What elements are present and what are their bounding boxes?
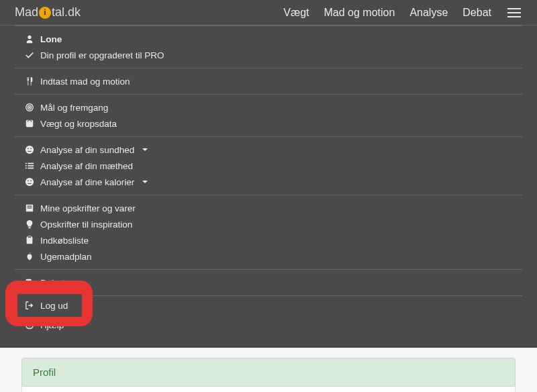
main-content: Profil Personlige oplysninger (0, 348, 537, 392)
svg-rect-17 (28, 206, 32, 207)
apple-icon (24, 251, 35, 262)
menu-maal-label: Mål og fremgang (40, 103, 108, 113)
logout-icon (24, 300, 35, 311)
top-nav: Vægt Mad og motion Analyse Debat (283, 7, 522, 19)
smile-icon (24, 144, 35, 155)
menu-maethed-label: Analyse af din mæthed (40, 161, 133, 171)
menu-indtast-label: Indtast mad og motion (40, 77, 130, 87)
check-icon (24, 50, 35, 60)
menu-debat[interactable]: Debat (24, 275, 522, 291)
top-header: Mad i tal.dk Vægt Mad og motion Analyse … (0, 0, 537, 26)
menu-maal[interactable]: Mål og fremgang (24, 99, 522, 115)
card-header: Profil (21, 358, 516, 387)
menu-kalorier-label: Analyse af dine kalorier (40, 177, 134, 187)
svg-point-4 (26, 146, 34, 154)
menu-indtast[interactable]: Indtast mad og motion (24, 73, 522, 89)
target-icon (24, 102, 35, 113)
svg-rect-18 (28, 207, 32, 208)
menu-inspiration-label: Opskrifter til inspiration (40, 219, 132, 230)
menu-inspiration[interactable]: Opskrifter til inspiration (24, 216, 522, 232)
svg-rect-3 (26, 120, 34, 128)
menu-logud[interactable]: Log ud (17, 294, 82, 317)
menu-logud-label: Log ud (40, 301, 68, 311)
menu-sundhed-label: Analyse af din sundhed (40, 145, 134, 155)
clipboard-icon (24, 235, 35, 246)
menu-kalorier[interactable]: Analyse af dine kalorier (24, 174, 522, 190)
menu-indkoeb[interactable]: Indkøbsliste (24, 232, 522, 248)
svg-rect-7 (26, 163, 27, 164)
menu-user-label: Lone (40, 34, 62, 44)
menu-ugemad[interactable]: Ugemadplan (24, 248, 522, 264)
svg-rect-20 (28, 236, 31, 238)
nav-vaegt[interactable]: Vægt (283, 7, 309, 19)
menu-vaegt-krops-label: Vægt og kropsdata (40, 119, 117, 129)
site-logo[interactable]: Mad i tal.dk (15, 5, 81, 19)
hamburger-menu-icon[interactable] (506, 7, 522, 19)
nav-debat[interactable]: Debat (462, 7, 491, 19)
svg-point-15 (30, 180, 32, 181)
logo-prefix: Mad (15, 5, 38, 19)
svg-point-22 (29, 326, 30, 327)
book-icon (24, 203, 35, 213)
svg-rect-10 (28, 165, 34, 166)
card-title: Profil (33, 366, 56, 378)
svg-point-2 (29, 107, 30, 107)
svg-point-6 (30, 148, 32, 149)
chevron-down-icon (142, 148, 148, 151)
logo-i-icon: i (39, 7, 51, 19)
menu-sundhed[interactable]: Analyse af din sundhed (24, 142, 522, 158)
svg-rect-8 (28, 163, 34, 164)
svg-point-14 (28, 180, 29, 181)
menu-hjaelp[interactable]: Hjælp (24, 317, 522, 333)
menu-maethed[interactable]: Analyse af din mæthed (24, 158, 522, 174)
menu-opskrifter[interactable]: Mine opskrifter og varer (24, 200, 522, 216)
scale-icon (24, 118, 35, 129)
logo-suffix: tal.dk (52, 5, 81, 19)
menu-indkoeb-label: Indkøbsliste (40, 236, 89, 246)
nav-analyse[interactable]: Analyse (409, 7, 448, 19)
menu-vaegt-krops[interactable]: Vægt og kropsdata (24, 115, 522, 132)
nav-mad-motion[interactable]: Mad og motion (324, 7, 395, 19)
user-icon (24, 34, 35, 44)
lightbulb-icon (24, 219, 35, 230)
menu-ugemad-label: Ugemadplan (40, 252, 92, 262)
menu-user[interactable]: Lone (24, 31, 522, 47)
list-icon (24, 160, 35, 171)
smile-icon (24, 177, 35, 187)
menu-pro-label: Din profil er opgraderet til PRO (40, 50, 164, 60)
utensils-icon (24, 76, 35, 87)
svg-rect-12 (28, 168, 34, 169)
svg-rect-9 (26, 165, 27, 166)
menu-opskrifter-label: Mine opskrifter og varer (40, 203, 136, 213)
svg-point-13 (26, 178, 34, 186)
card-body[interactable]: Personlige oplysninger (21, 387, 516, 392)
menu-indstillinger[interactable]: Indstillinger (24, 301, 522, 317)
chevron-down-icon (142, 181, 148, 183)
menu-pro-status: Din profil er opgraderet til PRO (24, 47, 522, 63)
svg-rect-11 (26, 168, 27, 169)
svg-point-5 (28, 148, 29, 149)
